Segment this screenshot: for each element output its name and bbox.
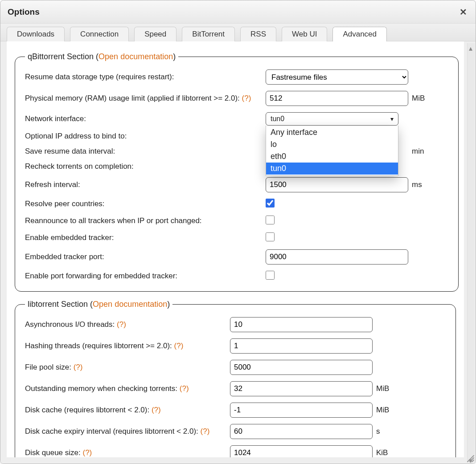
tab-label: Downloads bbox=[17, 30, 54, 38]
label-text: Asynchronous I/O threads: bbox=[25, 320, 115, 329]
paren: ) bbox=[167, 300, 170, 309]
dexp-label: Disk cache expiry interval (requires lib… bbox=[25, 427, 230, 436]
reannounce-checkbox[interactable] bbox=[266, 216, 275, 224]
help-icon[interactable]: (?) bbox=[180, 384, 189, 393]
options-dialog: Options ✕ Downloads Connection Speed Bit… bbox=[0, 0, 476, 464]
chevron-down-icon: ▾ bbox=[390, 115, 394, 122]
outmem-label: Outstanding memory when checking torrent… bbox=[25, 384, 230, 393]
pool-label: File pool size: (?) bbox=[25, 363, 230, 372]
tab-speed[interactable]: Speed bbox=[134, 27, 176, 41]
network-interface-label: Network interface: bbox=[25, 114, 266, 123]
resolve-checkbox[interactable] bbox=[266, 199, 275, 208]
tab-label: Advanced bbox=[343, 30, 377, 38]
tab-advanced[interactable]: Advanced bbox=[332, 27, 387, 41]
dropdown-option-eth0[interactable]: eth0 bbox=[266, 151, 398, 163]
dq-input[interactable] bbox=[230, 445, 373, 457]
tab-webui[interactable]: Web UI bbox=[282, 27, 327, 41]
ram-limit-label: Physical memory (RAM) usage limit (appli… bbox=[25, 94, 266, 103]
embedded-fwd-label: Enable port forwarding for embedded trac… bbox=[25, 272, 266, 281]
hash-input[interactable] bbox=[230, 338, 373, 354]
embedded-port-label: Embedded tracker port: bbox=[25, 252, 266, 261]
pool-input[interactable] bbox=[230, 360, 373, 375]
ram-limit-unit: MiB bbox=[408, 94, 448, 103]
open-documentation-link[interactable]: Open documentation bbox=[93, 300, 167, 309]
qbittorrent-section: qBittorrent Section (Open documentation)… bbox=[15, 52, 459, 292]
qbittorrent-grid: Resume data storage type (requires resta… bbox=[25, 69, 448, 281]
embedded-port-input[interactable] bbox=[266, 249, 408, 265]
hash-label: Hashing threads (requires libtorrent >= … bbox=[25, 342, 230, 350]
tab-label: Web UI bbox=[292, 30, 317, 38]
aio-input[interactable] bbox=[230, 317, 373, 332]
paren: ) bbox=[173, 52, 176, 61]
section-title: qBittorrent Section bbox=[28, 52, 94, 61]
content-scroll[interactable]: qBittorrent Section (Open documentation)… bbox=[7, 41, 464, 457]
resume-storage-select[interactable]: Fastresume files bbox=[266, 69, 408, 85]
tab-bittorrent[interactable]: BitTorrent bbox=[182, 27, 235, 41]
scroll-up-icon[interactable] bbox=[469, 44, 473, 49]
tab-downloads[interactable]: Downloads bbox=[7, 27, 65, 41]
dexp-unit: s bbox=[373, 427, 413, 436]
label-text: Disk queue size: bbox=[25, 448, 81, 457]
label-text: Hashing threads (requires libtorrent >= … bbox=[25, 342, 172, 350]
dcache-unit: MiB bbox=[373, 406, 413, 415]
embedded-tracker-checkbox[interactable] bbox=[266, 232, 275, 241]
section-title: libtorrent Section bbox=[28, 300, 88, 309]
tab-label: Connection bbox=[80, 30, 119, 38]
tab-strip: Downloads Connection Speed BitTorrent RS… bbox=[0, 24, 476, 41]
label-text: Outstanding memory when checking torrent… bbox=[25, 384, 177, 393]
ip-bind-label: Optional IP address to bind to: bbox=[25, 132, 266, 141]
reannounce-label: Reannounce to all trackers when IP or po… bbox=[25, 216, 266, 225]
dq-label: Disk queue size: (?) bbox=[25, 448, 230, 457]
close-icon[interactable]: ✕ bbox=[458, 7, 468, 17]
network-interface-wrap: tun0 ▾ Any interface lo eth0 tun0 bbox=[266, 112, 408, 126]
save-resume-label: Save resume data interval: bbox=[25, 147, 266, 156]
outmem-unit: MiB bbox=[373, 384, 413, 393]
tab-rss[interactable]: RSS bbox=[240, 27, 276, 41]
dq-unit: KiB bbox=[373, 448, 413, 457]
outmem-input[interactable] bbox=[230, 381, 373, 396]
help-icon[interactable]: (?) bbox=[174, 342, 184, 350]
label-text: Disk cache (requires libtorrent < 2.0): bbox=[25, 406, 149, 414]
aio-label: Asynchronous I/O threads: (?) bbox=[25, 320, 230, 329]
open-documentation-link[interactable]: Open documentation bbox=[98, 52, 173, 61]
dcache-label: Disk cache (requires libtorrent < 2.0): … bbox=[25, 406, 230, 415]
qbittorrent-legend: qBittorrent Section (Open documentation) bbox=[25, 52, 178, 61]
tab-connection[interactable]: Connection bbox=[70, 27, 129, 41]
dialog-title: Options bbox=[8, 7, 40, 17]
dcache-input[interactable] bbox=[230, 403, 373, 418]
tab-label: BitTorrent bbox=[192, 30, 225, 38]
resize-handle-icon[interactable] bbox=[465, 453, 475, 463]
libtorrent-legend: libtorrent Section (Open documentation) bbox=[25, 300, 172, 309]
label-text: Disk cache expiry interval (requires lib… bbox=[25, 427, 198, 436]
dropdown-option-tun0[interactable]: tun0 bbox=[266, 163, 398, 175]
help-icon[interactable]: (?) bbox=[242, 94, 251, 102]
refresh-label: Refresh interval: bbox=[25, 180, 266, 189]
content-outer: qBittorrent Section (Open documentation)… bbox=[0, 41, 476, 464]
network-interface-dropdown: Any interface lo eth0 tun0 bbox=[266, 126, 398, 176]
embedded-tracker-label: Enable embedded tracker: bbox=[25, 233, 266, 242]
resume-storage-label: Resume data storage type (requires resta… bbox=[25, 73, 266, 81]
label-text: Physical memory (RAM) usage limit (appli… bbox=[25, 94, 240, 102]
network-interface-value: tun0 bbox=[271, 115, 284, 123]
dropdown-option-lo[interactable]: lo bbox=[266, 138, 398, 151]
help-icon[interactable]: (?) bbox=[152, 406, 161, 414]
libtorrent-grid: Asynchronous I/O threads: (?) Hashing th… bbox=[25, 317, 446, 457]
libtorrent-section: libtorrent Section (Open documentation) … bbox=[15, 300, 456, 457]
save-resume-unit: min bbox=[408, 147, 448, 156]
ram-limit-input[interactable] bbox=[266, 91, 408, 106]
help-icon[interactable]: (?) bbox=[74, 363, 83, 371]
embedded-fwd-checkbox[interactable] bbox=[266, 271, 275, 280]
tab-label: Speed bbox=[144, 30, 166, 38]
help-icon[interactable]: (?) bbox=[201, 427, 210, 436]
dexp-input[interactable] bbox=[230, 424, 373, 439]
resolve-label: Resolve peer countries: bbox=[25, 199, 266, 208]
help-icon[interactable]: (?) bbox=[117, 320, 126, 329]
refresh-unit: ms bbox=[408, 180, 448, 189]
refresh-input[interactable] bbox=[266, 177, 408, 192]
help-icon[interactable]: (?) bbox=[82, 448, 92, 457]
recheck-label: Recheck torrents on completion: bbox=[25, 162, 266, 171]
titlebar: Options ✕ bbox=[0, 0, 476, 24]
dropdown-option-any[interactable]: Any interface bbox=[266, 126, 398, 138]
network-interface-select[interactable]: tun0 ▾ bbox=[266, 112, 398, 126]
tab-label: RSS bbox=[250, 30, 266, 38]
